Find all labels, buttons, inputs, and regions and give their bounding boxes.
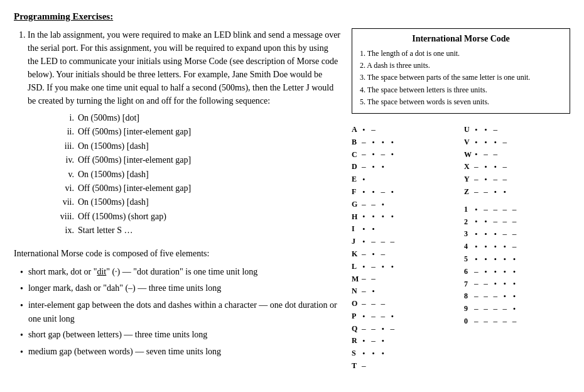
morse-symbol: • • (362, 224, 376, 235)
morse-row: J• — — — (352, 236, 458, 248)
exercise-1: In the lab assignment, you were required… (28, 28, 340, 238)
morse-row: 5• • • • • (464, 253, 570, 266)
seq-item-5: v.On (1500ms) [dash] (53, 168, 340, 182)
rule-5: 5. The space between words is seven unit… (360, 96, 562, 108)
morse-row: N— • (352, 285, 458, 298)
rule-2: 2. A dash is three units. (360, 60, 562, 72)
morse-symbol: • • • — (474, 137, 507, 148)
morse-symbol: — • • • (362, 137, 395, 148)
morse-row: 9— — — — • (464, 303, 570, 315)
morse-symbol: • • — (474, 124, 498, 136)
morse-row: C— • — • (352, 149, 458, 161)
rule-1: 1. The length of a dot is one unit. (360, 48, 562, 60)
morse-letter: G (352, 199, 362, 211)
morse-row: V• • • — (464, 136, 570, 149)
morse-letter: T (352, 360, 362, 373)
seq-item-7: vii.On (1500ms) [dash] (53, 195, 340, 209)
morse-row: Z— — • • (464, 186, 570, 199)
morse-letter: 6 (464, 266, 474, 278)
morse-symbol: • — — • (362, 311, 395, 322)
morse-letter: A (352, 124, 362, 136)
morse-symbol: • • • • • (474, 254, 517, 265)
elements-intro: International Morse code is composed of … (14, 247, 340, 260)
right-column: International Morse Code 1. The length o… (340, 28, 570, 373)
morse-row: F• • — • (352, 186, 458, 199)
morse-symbol: — — (362, 273, 376, 285)
morse-chart: A• —B— • • •C— • — •D— • •E•F• • — •G— —… (352, 124, 570, 373)
seq-item-2: ii.Off (500ms) [inter-element gap] (53, 125, 340, 139)
morse-letter: 1 (464, 204, 474, 216)
morse-symbol: — — • • • (474, 278, 517, 290)
morse-symbol: — (362, 361, 367, 372)
morse-symbol: — • — — (474, 174, 507, 185)
morse-symbol: — — • — (362, 324, 395, 335)
morse-letter: 2 (464, 216, 474, 229)
element-4: short gap (between letters) — three time… (20, 328, 340, 342)
morse-letter: O (352, 298, 362, 310)
exercise-1-text: In the lab assignment, you were required… (28, 30, 340, 106)
morse-letter: X (464, 161, 474, 173)
morse-symbol: • • • • — (474, 241, 517, 253)
morse-letter: R (352, 335, 362, 347)
seq-item-6: vi.Off (500ms) [inter-element gap] (53, 182, 340, 195)
morse-row: 2• • — — — (464, 216, 570, 229)
element-3: inter-element gap between the dots and d… (20, 298, 340, 325)
morse-symbol: — • • — (474, 161, 507, 173)
morse-rules-list: 1. The length of a dot is one unit. 2. A… (360, 48, 562, 108)
morse-letter: M (352, 273, 362, 286)
morse-box-title: International Morse Code (360, 34, 562, 44)
seq-item-9: ix.Start letter S … (53, 224, 340, 237)
morse-letter: U (464, 124, 474, 136)
morse-row: A• — (352, 124, 458, 136)
morse-row: W• — — (464, 149, 570, 161)
morse-letter: I (352, 223, 362, 236)
rule-3: 3. The space between parts of the same l… (360, 72, 562, 84)
morse-letter: 8 (464, 290, 474, 303)
morse-row: X— • • — (464, 161, 570, 173)
morse-symbol: — • — • (362, 149, 395, 160)
morse-row: 6— • • • • (464, 266, 570, 278)
morse-symbol: — — — — — (474, 316, 517, 327)
morse-symbol: • (362, 174, 367, 185)
morse-symbol: • • • (362, 348, 386, 359)
morse-symbol: — — — (362, 298, 386, 310)
morse-letter: 5 (464, 253, 474, 266)
morse-row: G— — • (352, 199, 458, 211)
morse-letter: F (352, 186, 362, 199)
morse-letter: B (352, 136, 362, 149)
morse-row: M— — (352, 273, 458, 286)
morse-symbol: • — • (362, 335, 386, 347)
morse-symbol: — — — — • (474, 303, 517, 315)
morse-symbol: • • — • (362, 187, 395, 198)
morse-row: Y— • — — (464, 173, 570, 186)
element-1: short mark, dot or "dit" (·) — "dot dura… (20, 265, 340, 280)
morse-symbol: — • — (362, 249, 386, 260)
morse-letter: 3 (464, 228, 474, 241)
morse-row: 8— — — • • (464, 290, 570, 303)
morse-row: K— • — (352, 248, 458, 261)
seq-item-1: i.On (500ms) [dot] (53, 111, 340, 125)
morse-row: Q— — • — (352, 323, 458, 335)
morse-letter: 9 (464, 303, 474, 315)
morse-letter: W (464, 149, 474, 161)
morse-row: D— • • (352, 161, 458, 173)
morse-symbol: • — — (474, 149, 498, 160)
morse-letter: N (352, 285, 362, 298)
morse-letter: P (352, 310, 362, 323)
morse-row: E• (352, 173, 458, 186)
morse-letter: E (352, 173, 362, 186)
rule-4: 4. The space between letters is three un… (360, 84, 562, 96)
morse-row: S• • • (352, 347, 458, 360)
morse-letter: S (352, 347, 362, 360)
morse-row: B— • • • (352, 136, 458, 149)
morse-letter: 4 (464, 241, 474, 253)
morse-letter: K (352, 248, 362, 261)
morse-letter: 7 (464, 278, 474, 291)
seq-item-3: iii.On (1500ms) [dash] (53, 139, 340, 153)
morse-row: 1• — — — — (464, 204, 570, 216)
morse-symbol: • — • • (362, 261, 395, 273)
morse-symbol: • — (362, 124, 376, 136)
left-column: In the lab assignment, you were required… (14, 28, 340, 373)
morse-letter: 0 (464, 315, 474, 328)
morse-symbol: — • (362, 286, 376, 297)
